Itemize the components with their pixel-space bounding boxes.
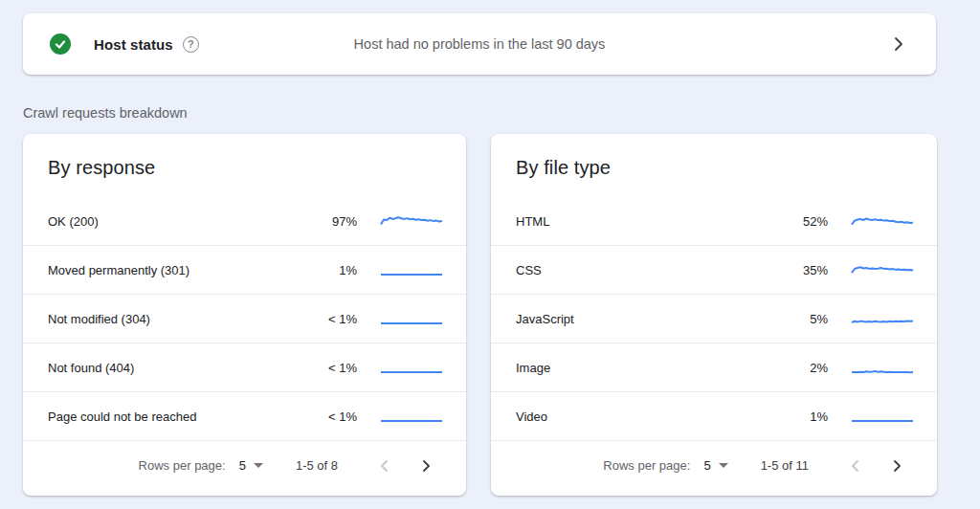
dropdown-arrow-icon[interactable] — [719, 463, 728, 468]
next-page-button[interactable] — [885, 454, 908, 477]
pagination-range: 1-5 of 8 — [296, 458, 338, 473]
host-status-message: Host had no problems in the last 90 days — [23, 36, 936, 52]
previous-page-button[interactable] — [843, 454, 866, 477]
row-percent: < 1% — [307, 409, 357, 424]
sparkline-chart — [851, 213, 914, 229]
row-percent: < 1% — [307, 312, 357, 326]
sparkline-chart — [851, 311, 914, 326]
row-percent: 97% — [307, 214, 357, 229]
row-percent: < 1% — [307, 361, 357, 375]
section-title: Crawl requests breakdown — [23, 105, 188, 121]
row-label: CSS — [516, 263, 778, 277]
table-row: HTML 52% — [491, 197, 937, 246]
by-response-card: By response OK (200) 97% Moved permanent… — [23, 134, 466, 496]
row-label: HTML — [516, 214, 778, 229]
sparkline-chart — [851, 360, 914, 375]
table-row: JavaScript 5% — [491, 295, 937, 343]
sparkline-chart — [380, 213, 443, 229]
next-page-button[interactable] — [414, 454, 437, 477]
row-label: Page could not be reached — [48, 409, 307, 424]
table-row: Moved permanently (301) 1% — [23, 246, 466, 295]
row-percent: 35% — [778, 263, 828, 277]
table-row: Not modified (304) < 1% — [23, 295, 466, 343]
row-label: Not found (404) — [48, 361, 307, 375]
rows-per-page-label: Rows per page: — [603, 458, 690, 473]
rows-per-page-value[interactable]: 5 — [703, 458, 710, 473]
rows-per-page-value[interactable]: 5 — [239, 458, 246, 473]
row-label: Video — [516, 409, 778, 424]
previous-page-button[interactable] — [372, 454, 395, 477]
by-file-type-card: By file type HTML 52% CSS 35% JavaScript… — [491, 134, 937, 496]
row-label: Image — [516, 361, 778, 375]
sparkline-chart — [851, 262, 914, 277]
table-row: Not found (404) < 1% — [23, 343, 466, 392]
row-percent: 1% — [778, 409, 828, 424]
host-status-bar[interactable]: Host status ? Host had no problems in th… — [23, 13, 936, 75]
sparkline-chart — [380, 262, 443, 277]
pagination-bar: Rows per page: 5 1-5 of 8 — [23, 441, 466, 496]
row-percent: 5% — [778, 312, 828, 326]
row-label: JavaScript — [516, 312, 778, 326]
rows-per-page-label: Rows per page: — [139, 458, 226, 473]
card-title: By file type — [491, 134, 937, 197]
sparkline-chart — [380, 360, 443, 375]
row-percent: 2% — [778, 361, 828, 375]
row-percent: 1% — [307, 263, 357, 277]
sparkline-chart — [380, 409, 443, 424]
card-title: By response — [23, 134, 466, 197]
table-row: Page could not be reached < 1% — [23, 392, 466, 441]
sparkline-chart — [380, 311, 443, 326]
row-label: Not modified (304) — [48, 312, 307, 326]
table-row: CSS 35% — [491, 246, 937, 295]
pagination-bar: Rows per page: 5 1-5 of 11 — [491, 441, 937, 496]
pagination-range: 1-5 of 11 — [761, 458, 809, 473]
row-label: Moved permanently (301) — [48, 263, 307, 277]
table-row: OK (200) 97% — [23, 197, 466, 246]
row-label: OK (200) — [48, 214, 307, 229]
table-row: Image 2% — [491, 343, 937, 392]
sparkline-chart — [851, 409, 914, 424]
chevron-right-icon[interactable] — [894, 36, 903, 55]
row-percent: 52% — [778, 214, 828, 229]
dropdown-arrow-icon[interactable] — [254, 463, 263, 468]
table-row: Video 1% — [491, 392, 937, 441]
